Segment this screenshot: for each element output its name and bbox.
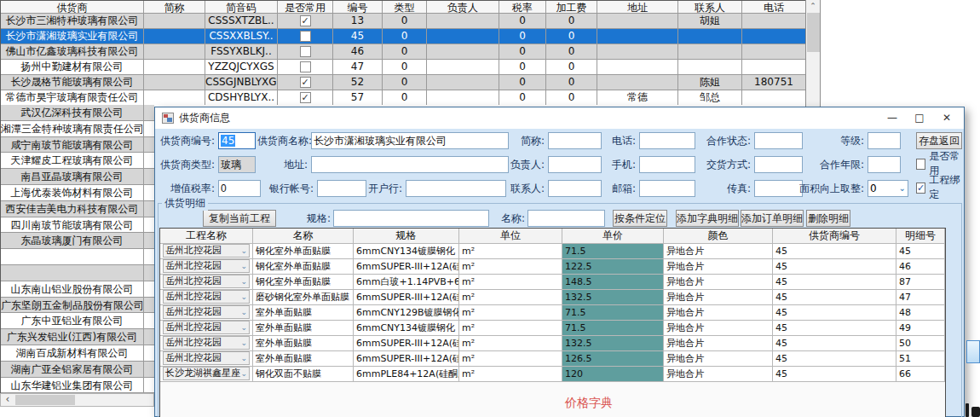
maximize-button[interactable]: □: [906, 107, 933, 129]
column-header[interactable]: 供货商: [1, 1, 144, 14]
common-use-checkbox[interactable]: ✓: [300, 92, 311, 103]
list-item[interactable]: [1, 265, 154, 281]
column-header[interactable]: 编号: [333, 1, 383, 14]
list-item[interactable]: 四川南玻节能玻璃有限公司: [1, 217, 154, 234]
column-header[interactable]: 名称: [253, 229, 354, 244]
column-header[interactable]: 规格: [354, 229, 459, 244]
project-combobox[interactable]: 岳州北控花园⌄: [163, 321, 250, 334]
mobile-field[interactable]: [639, 156, 695, 173]
common-use-checkbox[interactable]: 是否常用: [916, 157, 964, 171]
column-header[interactable]: 简音码: [205, 1, 278, 14]
list-item[interactable]: 武汉亿深科技有限公司: [1, 105, 154, 121]
project-combobox[interactable]: 岳州北控花园⌄: [163, 290, 250, 304]
common-use-checkbox[interactable]: ✓: [300, 77, 311, 88]
add-order-detail-button[interactable]: 添加订单明细: [741, 210, 804, 227]
locate-by-condition-button[interactable]: 按条件定位: [613, 210, 667, 227]
main-grid-horizontal-scrollbar[interactable]: ‹: [0, 393, 154, 407]
table-row[interactable]: 岳州北控花园⌄室外单面贴膜6mmSUPER-III+12A(硅...m²126.…: [160, 351, 945, 367]
grade-field[interactable]: [868, 132, 901, 149]
checkbox-box[interactable]: [916, 159, 925, 170]
column-header[interactable]: 明细号: [896, 229, 945, 244]
vat-field[interactable]: [218, 180, 261, 197]
scrollbar-thumb[interactable]: [15, 395, 75, 405]
list-item[interactable]: [1, 249, 154, 265]
table-row[interactable]: 长沙晟格节能玻璃有限公司CSSGJNBLYXGS✓52000陈姐180751: [1, 75, 805, 90]
table-row[interactable]: 常德市昊宇玻璃有限责任公司CDSHYBLYX..✓57000常德邹总: [1, 90, 805, 105]
table-row[interactable]: 长沙龙湖祺鑫星座⌄钢化双面不贴膜6mmPLE84+12A(硅酮胶...m²120…: [160, 367, 945, 382]
project-combobox[interactable]: 岳州北控花园⌄: [163, 275, 250, 288]
table-row[interactable]: 岳州北控花园⌄室外单面贴膜6mmCNY129B镀膜钢化m²71.5异地合片454…: [160, 305, 945, 321]
bank-account-field[interactable]: [317, 180, 366, 197]
column-header[interactable]: 单价: [562, 229, 664, 244]
name-filter-input[interactable]: [527, 210, 605, 227]
supplier-type-field[interactable]: 玻璃: [218, 156, 256, 173]
supplier-name-field[interactable]: [311, 132, 509, 149]
list-item[interactable]: 上海优泰装饰材料有限公司: [1, 185, 154, 201]
list-item[interactable]: 广东坚朗五金制品股份有限公司: [1, 298, 154, 314]
list-item[interactable]: 广东兴发铝业(江西)有限公司: [1, 329, 154, 345]
project-bind-checkbox[interactable]: ✓ 工程绑定: [916, 181, 964, 194]
list-item[interactable]: 西安佳吉美电力科技有限公司: [1, 201, 154, 217]
address-field[interactable]: [311, 156, 509, 173]
list-item[interactable]: 湖南广亚全铝家居有限公司: [1, 362, 154, 378]
column-header[interactable]: 简称: [144, 1, 205, 14]
coop-years-field[interactable]: [868, 156, 901, 173]
project-combobox[interactable]: 岳州北控花园⌄: [163, 259, 250, 273]
column-header[interactable]: 加工费: [546, 1, 597, 14]
common-use-checkbox[interactable]: [300, 46, 311, 57]
table-row[interactable]: 长沙市潇湘玻璃实业有限公司CSSXXBLSY..45000: [1, 29, 805, 44]
list-item[interactable]: 山东南山铝业股份有限公司: [1, 281, 154, 298]
column-header[interactable]: 地址: [597, 1, 678, 14]
project-combobox[interactable]: 岳州北控花园⌄: [163, 351, 250, 365]
copy-project-button[interactable]: 复制当前工程: [203, 210, 276, 227]
scroll-up-icon[interactable]: ⌃: [806, 0, 820, 13]
list-item[interactable]: 山东华建铝业集团有限公司: [1, 378, 154, 393]
table-row[interactable]: 长沙市三湘特种玻璃有限公司CSSSXTZBL..✓13000胡姐: [1, 14, 805, 29]
list-item[interactable]: 湘潭三金特种玻璃有限责任公司: [1, 121, 154, 137]
table-row[interactable]: 岳州北控花园⌄室外单面贴膜6mmCNY134镀膜钢化m²71.5异地合片4549: [160, 321, 945, 336]
common-use-checkbox[interactable]: [300, 61, 311, 72]
delete-detail-button[interactable]: 删除明细: [806, 210, 850, 227]
supplier-id-field[interactable]: 45: [218, 132, 256, 149]
round-up-combobox[interactable]: 0 ⌄: [868, 180, 908, 197]
table-row[interactable]: 扬州中勤建材有限公司YZZQJCYXGS47000: [1, 60, 805, 75]
list-item[interactable]: 南昌亚晶玻璃有限公司: [1, 169, 154, 185]
save-return-button[interactable]: 存盘返回: [916, 132, 962, 149]
column-header[interactable]: 是否常用: [278, 1, 333, 14]
main-grid-vertical-scrollbar[interactable]: ⌃: [805, 0, 821, 107]
column-header[interactable]: 供货商编号: [773, 229, 896, 244]
bank-field[interactable]: [406, 180, 506, 197]
column-header[interactable]: 类型: [383, 1, 427, 14]
column-header[interactable]: 颜色: [664, 229, 773, 244]
close-icon[interactable]: ✕: [933, 107, 960, 129]
table-row[interactable]: 岳州北控花园⌄钢化室外单面贴膜6mmCNY134镀膜钢化m²71.5异地合片45…: [160, 244, 945, 259]
add-dictionary-detail-button[interactable]: 添加字典明细: [676, 210, 739, 227]
project-combobox[interactable]: 岳州北控花园⌄: [163, 244, 250, 258]
scrollbar-thumb[interactable]: [807, 13, 820, 52]
table-row[interactable]: 岳州北控花园⌄磨砂钢化室外单面贴膜6mmSUPER-III+12A(硅...m²…: [160, 290, 945, 305]
table-row[interactable]: 佛山市亿鑫玻璃科技有限公司FSSYXBLKJ..46000: [1, 44, 805, 60]
checkbox-box[interactable]: ✓: [916, 182, 925, 194]
column-header[interactable]: 工程名称: [160, 229, 253, 244]
column-header[interactable]: 税率: [499, 1, 546, 14]
list-item[interactable]: 天津耀皮工程玻璃有限公司: [1, 153, 154, 169]
list-item[interactable]: 东晶玻璃厦门有限公司: [1, 233, 154, 249]
phone-field[interactable]: [639, 132, 695, 149]
column-header[interactable]: 单位: [459, 229, 562, 244]
column-header[interactable]: 负责人: [427, 1, 499, 14]
project-combobox[interactable]: 长沙龙湖祺鑫星座⌄: [163, 367, 250, 380]
scroll-left-icon[interactable]: ‹: [1, 394, 14, 406]
common-use-checkbox[interactable]: [300, 31, 311, 42]
table-row[interactable]: 岳州北控花园⌄室外单面贴膜6mmSUPER-III+12A(硅...m²132.…: [160, 336, 945, 351]
email-field[interactable]: [639, 180, 695, 197]
minimize-button[interactable]: —: [879, 107, 906, 129]
dialog-titlebar[interactable]: 供货商信息 — □ ✕: [155, 107, 964, 129]
table-row[interactable]: 岳州北控花园⌄钢化室外单面贴膜6mmSUPER-III+12A(硅...m²12…: [160, 259, 945, 275]
list-item[interactable]: 湖南百成新材料有限公司: [1, 345, 154, 362]
table-row[interactable]: 岳州北控花园⌄钢化室外单面贴膜6mm白玻+1.14PVB+6mm...m²148…: [160, 275, 945, 290]
list-item[interactable]: 咸宁南玻节能玻璃有限公司: [1, 137, 154, 153]
project-combobox[interactable]: 岳州北控花园⌄: [163, 305, 250, 319]
project-combobox[interactable]: 岳州北控花园⌄: [163, 336, 250, 350]
column-header[interactable]: 联系人: [678, 1, 742, 14]
column-header[interactable]: 电话: [742, 1, 805, 14]
